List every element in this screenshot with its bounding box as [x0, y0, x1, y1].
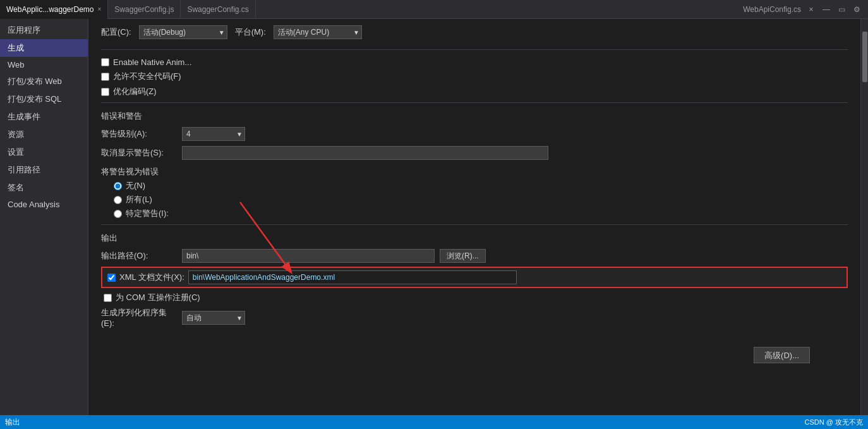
serializer-select-wrapper: 自动 ▼: [182, 311, 245, 325]
advanced-row: 高级(D)...: [101, 347, 848, 363]
serializer-label: 生成序列化程序集(E):: [101, 307, 177, 328]
warning-level-select[interactable]: 4: [182, 127, 245, 141]
config-label: 配置(C):: [101, 27, 131, 38]
native-anim-checkbox[interactable]: [101, 58, 109, 66]
platform-label: 平台(M):: [235, 27, 266, 38]
divider-errors: [101, 102, 848, 103]
xml-doc-checkbox[interactable]: [107, 274, 116, 282]
title-bar-right: WebApiConfig.cs × — ▭ ⚙: [743, 4, 868, 15]
warning-level-select-wrapper: 4 ▼: [182, 127, 245, 141]
sidebar-item-yinyonglujing[interactable]: 引用路径: [0, 161, 88, 179]
radio-group-warnings: 无(N) 所有(L) 特定警告(I):: [114, 180, 848, 219]
sidebar-item-dababuweb[interactable]: 打包/发布 Web: [0, 73, 88, 90]
minimize-icon[interactable]: —: [821, 4, 831, 15]
sidebar-item-dabamusql[interactable]: 打包/发布 SQL: [0, 90, 88, 108]
unsafe-code-checkbox[interactable]: [101, 73, 109, 81]
divider-output: [101, 224, 848, 225]
settings-icon[interactable]: ⚙: [852, 4, 862, 15]
com-interop-checkbox[interactable]: [104, 294, 112, 302]
com-interop-label: 为 COM 互操作注册(C): [116, 292, 200, 303]
radio-none-input[interactable]: [114, 182, 122, 190]
config-row: 配置(C): 活动(Debug) ▼ 平台(M): 活动(Any CPU) ▼: [101, 25, 848, 39]
sidebar-item-ziyuan[interactable]: 资源: [0, 126, 88, 143]
unsafe-code-label: 允许不安全代码(F): [113, 71, 181, 82]
sidebar-item-web[interactable]: Web: [0, 57, 88, 73]
radio-specific-input[interactable]: [114, 210, 122, 218]
com-interop-row: 为 COM 互操作注册(C): [104, 292, 848, 303]
sidebar-item-shengcheng[interactable]: 生成: [0, 39, 88, 57]
status-right: CSDN @ 攻无不克: [805, 418, 863, 427]
content-area: 配置(C): 活动(Debug) ▼ 平台(M): 活动(Any CPU) ▼ …: [88, 19, 860, 415]
radio-all-input[interactable]: [114, 196, 122, 204]
warnings-as-errors-title: 将警告视为错误: [101, 166, 848, 178]
radio-all: 所有(L): [114, 194, 848, 205]
suppress-warnings-row: 取消显示警告(S):: [101, 146, 848, 160]
tab-close-webapplic[interactable]: ×: [98, 6, 102, 13]
advanced-button[interactable]: 高级(D)...: [754, 347, 810, 363]
output-section-title: 输出: [101, 233, 848, 244]
maximize-icon[interactable]: ▭: [836, 4, 847, 15]
optimize-checkbox[interactable]: [101, 88, 109, 96]
right-scrollbar[interactable]: [860, 19, 868, 415]
radio-all-label: 所有(L): [126, 194, 152, 205]
xml-doc-input[interactable]: [188, 270, 517, 284]
warning-level-row: 警告级别(A): 4 ▼: [101, 127, 848, 141]
output-path-row: 输出路径(O): 浏览(R)...: [101, 249, 848, 263]
output-path-label: 输出路径(O):: [101, 250, 177, 262]
native-anim-label: Enable Native Anim...: [113, 57, 191, 67]
sidebar-item-qianming[interactable]: 签名: [0, 179, 88, 196]
radio-none: 无(N): [114, 180, 848, 191]
suppress-input[interactable]: [182, 146, 548, 160]
xml-doc-row: XML 文档文件(X):: [101, 267, 848, 288]
sidebar-item-code-analysis[interactable]: Code Analysis: [0, 196, 88, 212]
status-text: 输出: [5, 417, 20, 428]
suppress-label: 取消显示警告(S):: [101, 147, 177, 159]
config-select[interactable]: 活动(Debug): [139, 25, 227, 39]
checkbox-native-anim: Enable Native Anim...: [101, 57, 848, 67]
optimize-label: 优化编码(Z): [113, 86, 157, 97]
serializer-row: 生成序列化程序集(E): 自动 ▼: [101, 307, 848, 328]
sidebar-item-shezhi[interactable]: 设置: [0, 143, 88, 161]
checkbox-optimize: 优化编码(Z): [101, 86, 848, 97]
sidebar: 应用程序 生成 Web 打包/发布 Web 打包/发布 SQL 生成事件 资源 …: [0, 19, 88, 415]
tab-swaggerconfig-cs[interactable]: SwaggerConfig.cs: [181, 0, 255, 19]
serializer-select[interactable]: 自动: [182, 311, 245, 325]
platform-select-wrapper: 活动(Any CPU) ▼: [274, 25, 362, 39]
close-icon[interactable]: ×: [806, 4, 816, 15]
tab-webapplic[interactable]: WebApplic...waggerDemo ×: [0, 0, 108, 19]
config-select-wrapper: 活动(Debug) ▼: [139, 25, 227, 39]
radio-specific-label: 特定警告(I):: [126, 208, 169, 219]
title-bar: WebApplic...waggerDemo × SwaggerConfig.j…: [0, 0, 868, 19]
output-path-input[interactable]: [182, 249, 435, 263]
status-bar: 输出 CSDN @ 攻无不克: [0, 415, 868, 429]
main-container: 应用程序 生成 Web 打包/发布 Web 打包/发布 SQL 生成事件 资源 …: [0, 19, 868, 415]
right-filename: WebApiConfig.cs: [743, 5, 801, 14]
tab-swaggerconfig-js[interactable]: SwaggerConfig.js: [108, 0, 181, 19]
errors-section-title: 错误和警告: [101, 111, 848, 122]
platform-select[interactable]: 活动(Any CPU): [274, 25, 362, 39]
warning-level-label: 警告级别(A):: [101, 128, 177, 140]
radio-none-label: 无(N): [126, 180, 145, 191]
sidebar-item-shengchengshijian[interactable]: 生成事件: [0, 108, 88, 126]
radio-specific: 特定警告(I):: [114, 208, 848, 219]
divider-top: [101, 49, 848, 50]
status-right-text: CSDN @ 攻无不克: [805, 418, 863, 427]
checkbox-unsafe: 允许不安全代码(F): [101, 71, 848, 82]
sidebar-item-yingyongchengxu[interactable]: 应用程序: [0, 21, 88, 39]
browse-button[interactable]: 浏览(R)...: [440, 249, 486, 263]
xml-doc-label: XML 文档文件(X):: [119, 272, 184, 283]
scrollbar-thumb: [862, 32, 867, 82]
